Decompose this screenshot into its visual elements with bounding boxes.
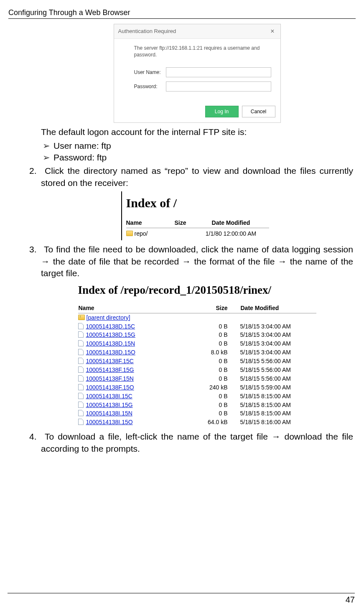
index-root-listing: Index of / Name Size Date Modified repo/… xyxy=(121,191,273,240)
file-link[interactable]: 1000514138D.15N xyxy=(86,340,135,347)
file-date: 5/18/15 5:56:00 AM xyxy=(240,374,316,383)
close-icon[interactable]: × xyxy=(269,27,276,36)
step-4: To download a file, left-click the name … xyxy=(29,431,353,455)
file-date: 5/18/15 8:15:00 AM xyxy=(240,401,316,410)
auth-dialog-message: The server ftp://192.168.1.1:21 requires… xyxy=(134,45,271,58)
auth-dialog-title: Authentication Required xyxy=(118,28,176,35)
file-size: 0 B xyxy=(181,322,240,331)
index-root-row[interactable]: repo/ 1/1/80 12:00:00 AM xyxy=(126,230,269,238)
file-link[interactable]: 1000514138D.15G xyxy=(86,331,135,338)
file-date: 5/18/15 3:04:00 AM xyxy=(240,331,316,339)
file-date: 5/18/15 8:15:00 AM xyxy=(240,409,316,418)
col-date: Date Modified xyxy=(193,219,269,227)
password-input[interactable] xyxy=(166,81,271,92)
login-button[interactable]: Log In xyxy=(205,106,239,117)
col-size: Size xyxy=(181,304,240,313)
credential-password: Password: ftp xyxy=(53,152,353,163)
file-icon xyxy=(78,323,84,329)
file-date: 5/18/15 5:56:00 AM xyxy=(240,357,316,366)
auth-dialog-titlebar: Authentication Required × xyxy=(114,24,280,39)
file-icon xyxy=(78,340,84,346)
file-row: 1000514138D.15O8.0 kB5/18/15 3:04:00 AM xyxy=(78,348,316,357)
file-icon xyxy=(78,358,84,364)
parent-directory-row[interactable]: [parent directory] xyxy=(78,313,316,322)
file-size: 8.0 kB xyxy=(181,348,240,357)
index-root-title: Index of / xyxy=(126,195,269,212)
file-date: 5/18/15 8:15:00 AM xyxy=(240,392,316,401)
step-4-text: To download a file, left-click the name … xyxy=(41,432,353,453)
file-size: 0 B xyxy=(181,409,240,418)
step-2-text: Click the directory named as “repo” to v… xyxy=(41,166,353,187)
file-date: 5/18/15 3:04:00 AM xyxy=(240,339,316,348)
file-link[interactable]: 1000514138D.15C xyxy=(86,323,135,330)
step-3-text: To find the file need to be downloaded, … xyxy=(41,244,353,278)
file-icon xyxy=(78,419,84,425)
repo-folder-date: 1/1/80 12:00:00 AM xyxy=(193,230,269,238)
file-row: 1000514138I.15G0 B5/18/15 8:15:00 AM xyxy=(78,401,316,410)
file-link[interactable]: 1000514138F.15N xyxy=(86,375,134,382)
file-size: 0 B xyxy=(181,374,240,383)
parent-directory-link[interactable]: [parent directory] xyxy=(87,314,130,321)
file-date: 5/18/15 5:59:00 AM xyxy=(240,383,316,392)
file-date: 5/18/15 8:16:00 AM xyxy=(240,418,316,427)
file-row: 1000514138I.15O64.0 kB5/18/15 8:16:00 AM xyxy=(78,418,316,427)
file-row: 1000514138D.15N0 B5/18/15 3:04:00 AM xyxy=(78,339,316,348)
file-link[interactable]: 1000514138I.15C xyxy=(86,393,132,399)
col-date: Date Modified xyxy=(240,304,316,313)
folder-icon xyxy=(126,231,133,236)
file-icon xyxy=(78,402,84,408)
file-link[interactable]: 1000514138F.15G xyxy=(86,366,134,373)
file-icon xyxy=(78,384,84,390)
file-icon xyxy=(78,393,84,399)
step-3: To find the file need to be downloaded, … xyxy=(29,244,353,427)
cancel-button[interactable]: Cancel xyxy=(242,106,275,117)
step-2: Click the directory named as “repo” to v… xyxy=(29,165,353,240)
file-link[interactable]: 1000514138I.15N xyxy=(86,410,132,417)
file-link[interactable]: 1000514138F.15O xyxy=(86,384,134,391)
file-size: 0 B xyxy=(181,401,240,410)
page-header: Configuring Through a Web Browser xyxy=(8,8,356,19)
file-row: 1000514138F.15G0 B5/18/15 5:56:00 AM xyxy=(78,366,316,374)
file-link[interactable]: 1000514138I.15G xyxy=(86,402,133,408)
file-size: 0 B xyxy=(181,331,240,339)
file-size: 0 B xyxy=(181,357,240,366)
index-rinex-listing: Index of /repo/record_1/20150518/rinex/ … xyxy=(78,282,316,427)
file-date: 5/18/15 3:04:00 AM xyxy=(240,348,316,357)
default-logon-text: The default logon account for the intern… xyxy=(41,126,353,138)
file-icon xyxy=(78,366,84,373)
col-size: Size xyxy=(168,219,193,227)
password-label: Password: xyxy=(134,83,166,90)
file-link[interactable]: 1000514138I.15O xyxy=(86,419,133,425)
repo-folder-name: repo/ xyxy=(135,230,148,237)
credentials-list: User name: ftp Password: ftp xyxy=(41,140,353,164)
page-content: Authentication Required × The server ftp… xyxy=(8,24,356,455)
file-size: 0 B xyxy=(181,366,240,374)
col-name: Name xyxy=(126,219,168,227)
up-folder-icon xyxy=(78,315,85,320)
file-row: 1000514138D.15G0 B5/18/15 3:04:00 AM xyxy=(78,331,316,339)
file-size: 64.0 kB xyxy=(181,418,240,427)
file-row: 1000514138F.15O240 kB5/18/15 5:59:00 AM xyxy=(78,383,316,392)
file-icon xyxy=(78,349,84,355)
file-date: 5/18/15 5:56:00 AM xyxy=(240,366,316,374)
file-row: 1000514138D.15C0 B5/18/15 3:04:00 AM xyxy=(78,322,316,331)
index-rinex-title: Index of /repo/record_1/20150518/rinex/ xyxy=(78,282,316,298)
file-icon xyxy=(78,331,84,338)
file-row: 1000514138I.15N0 B5/18/15 8:15:00 AM xyxy=(78,409,316,418)
file-size: 240 kB xyxy=(181,383,240,392)
file-icon xyxy=(78,375,84,382)
file-date: 5/18/15 3:04:00 AM xyxy=(240,322,316,331)
file-link[interactable]: 1000514138F.15C xyxy=(86,358,134,364)
file-size: 0 B xyxy=(181,392,240,401)
file-row: 1000514138F.15C0 B5/18/15 5:56:00 AM xyxy=(78,357,316,366)
username-input[interactable] xyxy=(166,67,271,77)
file-link[interactable]: 1000514138D.15O xyxy=(86,349,135,356)
file-row: 1000514138I.15C0 B5/18/15 8:15:00 AM xyxy=(78,392,316,401)
credential-username: User name: ftp xyxy=(53,140,353,152)
file-icon xyxy=(78,410,84,416)
col-name: Name xyxy=(78,304,181,313)
file-size: 0 B xyxy=(181,339,240,348)
auth-dialog: Authentication Required × The server ftp… xyxy=(114,24,281,123)
file-row: 1000514138F.15N0 B5/18/15 5:56:00 AM xyxy=(78,374,316,383)
username-label: User Name: xyxy=(134,69,166,76)
